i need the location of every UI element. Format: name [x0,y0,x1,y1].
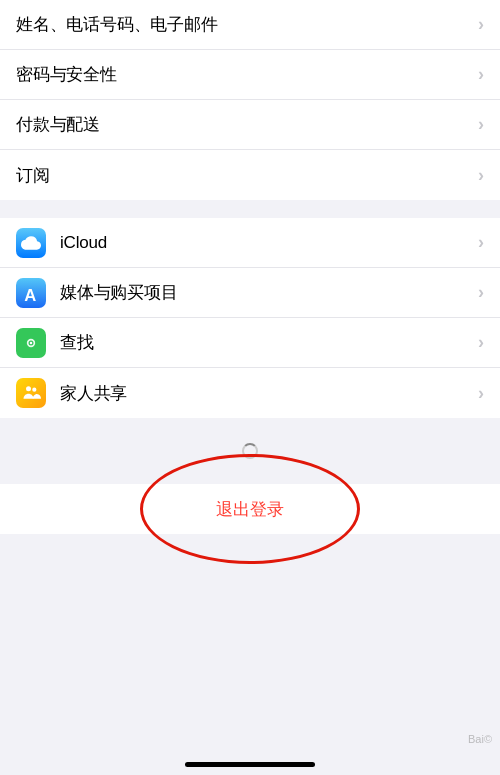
family-sharing-label: 家人共享 [60,382,478,405]
icloud-item[interactable]: iCloud › [0,218,500,268]
password-security-label: 密码与安全性 [16,63,478,86]
password-security-item[interactable]: 密码与安全性 › [0,50,500,100]
payment-delivery-label: 付款与配送 [16,113,478,136]
loading-spinner [242,443,258,459]
subscriptions-item[interactable]: 订阅 › [0,150,500,200]
name-phone-email-item[interactable]: 姓名、电话号码、电子邮件 › [0,0,500,50]
chevron-icon: › [478,114,484,135]
section-divider [0,200,500,218]
svg-point-4 [26,386,31,391]
svg-text:A: A [24,286,36,303]
svg-point-3 [30,341,33,344]
findmy-item[interactable]: 查找 › [0,318,500,368]
chevron-icon: › [478,282,484,303]
watermark: Bai© [468,733,492,745]
logout-button[interactable]: 退出登录 [0,484,500,534]
home-indicator [185,762,315,767]
chevron-icon: › [478,165,484,186]
spinner-area [0,436,500,466]
media-purchases-label: 媒体与购买项目 [60,281,478,304]
media-purchases-item[interactable]: A 媒体与购买项目 › [0,268,500,318]
chevron-icon: › [478,232,484,253]
findmy-label: 查找 [60,331,478,354]
family-sharing-item[interactable]: 家人共享 › [0,368,500,418]
icloud-label: iCloud [60,233,478,253]
family-icon [16,378,46,408]
settings-list: 姓名、电话号码、电子邮件 › 密码与安全性 › 付款与配送 › 订阅 › iCl… [0,0,500,534]
logout-section: 退出登录 [0,484,500,534]
findmy-icon [16,328,46,358]
logout-label: 退出登录 [216,498,284,521]
section-divider-2 [0,418,500,436]
subscriptions-label: 订阅 [16,164,478,187]
chevron-icon: › [478,14,484,35]
icloud-icon [16,228,46,258]
chevron-icon: › [478,332,484,353]
chevron-icon: › [478,64,484,85]
chevron-icon: › [478,383,484,404]
services-section: iCloud › A 媒体与购买项目 › 查找 [0,218,500,418]
svg-point-5 [32,388,36,392]
appstore-icon: A [16,278,46,308]
payment-delivery-item[interactable]: 付款与配送 › [0,100,500,150]
name-phone-email-label: 姓名、电话号码、电子邮件 [16,13,478,36]
account-section: 姓名、电话号码、电子邮件 › 密码与安全性 › 付款与配送 › 订阅 › [0,0,500,200]
